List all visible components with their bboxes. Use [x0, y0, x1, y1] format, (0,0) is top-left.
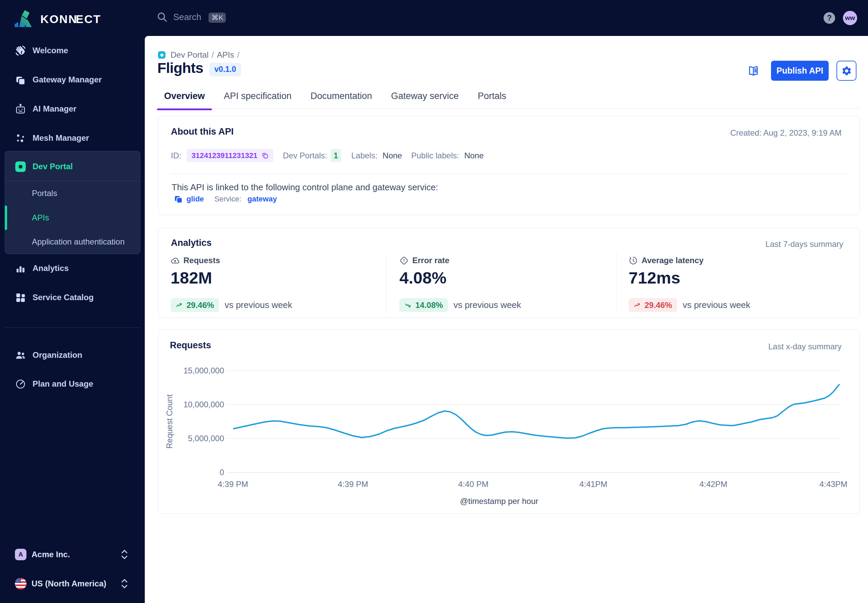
svg-text:4:39 PM: 4:39 PM — [338, 479, 368, 489]
svg-text:0: 0 — [220, 468, 224, 477]
svg-text:4:41PM: 4:41PM — [579, 479, 608, 489]
svg-text:4:42PM: 4:42PM — [700, 479, 727, 489]
svg-text:10,000,000: 10,000,000 — [184, 400, 224, 409]
svg-text:15,000,000: 15,000,000 — [184, 366, 224, 375]
svg-text:Request Count: Request Count — [165, 394, 174, 449]
svg-text:@timestamp per hour: @timestamp per hour — [460, 496, 538, 506]
svg-text:4:43PM: 4:43PM — [820, 479, 848, 489]
svg-text:4:39 PM: 4:39 PM — [218, 479, 248, 489]
svg-text:5,000,000: 5,000,000 — [188, 434, 224, 443]
svg-text:4:40 PM: 4:40 PM — [458, 479, 488, 489]
